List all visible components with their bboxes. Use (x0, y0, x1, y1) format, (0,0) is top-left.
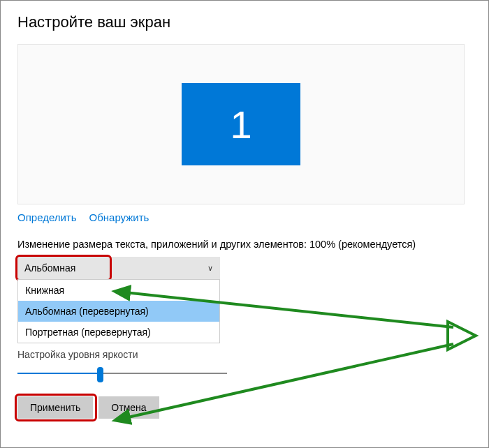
svg-marker-0 (448, 322, 476, 350)
orientation-option-0[interactable]: Книжная (18, 280, 219, 301)
slider-thumb[interactable] (97, 367, 103, 382)
orientation-selected[interactable]: Альбомная ∨ (17, 257, 220, 279)
orientation-option-2[interactable]: Портретная (перевернутая) (18, 322, 219, 343)
orientation-dropdown[interactable]: Альбомная ∨ Книжная Альбомная (переверну… (17, 257, 220, 279)
monitor-actions-row: Определить Обнаружить (17, 211, 472, 223)
orientation-option-1[interactable]: Альбомная (перевернутая) (18, 301, 219, 322)
page-title: Настройте ваш экран (17, 13, 472, 31)
action-buttons-row: Применить Отмена (17, 396, 472, 419)
monitor-number: 1 (230, 102, 251, 147)
orientation-options-list: Книжная Альбомная (перевернутая) Портрет… (17, 279, 220, 343)
detect-link[interactable]: Обнаружить (89, 211, 149, 223)
monitor-preview-panel: 1 (17, 44, 465, 204)
display-settings-window: Настройте ваш экран 1 Определить Обнаруж… (0, 0, 489, 448)
cancel-button[interactable]: Отмена (98, 396, 159, 419)
brightness-label: Настройка уровня яркости (17, 349, 472, 360)
orientation-selected-text: Альбомная (24, 262, 75, 274)
brightness-slider[interactable] (17, 366, 227, 382)
apply-button[interactable]: Применить (17, 396, 93, 419)
slider-fill (17, 373, 101, 374)
identify-link[interactable]: Определить (17, 211, 77, 223)
chevron-down-icon: ∨ (207, 264, 213, 273)
scale-label: Изменение размера текста, приложений и д… (17, 239, 472, 250)
monitor-1[interactable]: 1 (182, 83, 300, 165)
